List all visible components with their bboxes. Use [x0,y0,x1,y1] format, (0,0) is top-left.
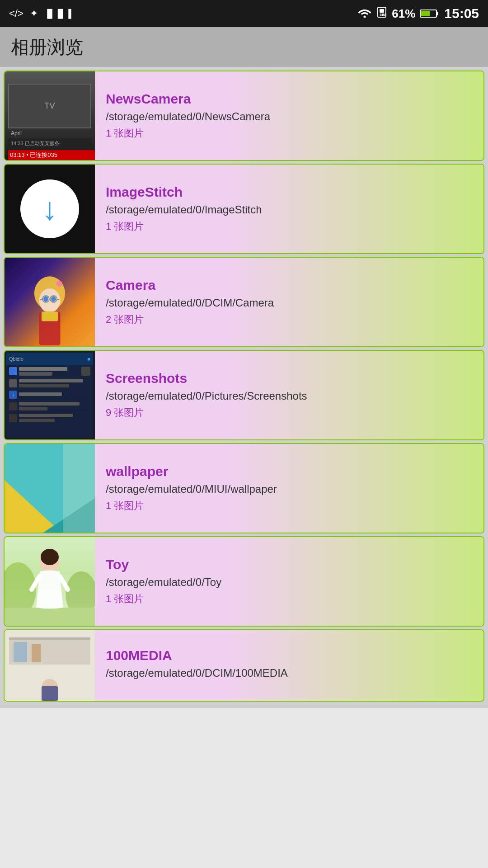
svg-rect-19 [63,444,95,533]
status-icons-right: SIM 61% 15:05 [357,6,479,21]
album-thumb-wallpaper [5,444,95,533]
album-count-wallpaper: 1 张图片 [106,499,473,513]
album-item-wallpaper[interactable]: wallpaper /storage/emulated/0/MIUI/wallp… [4,443,484,533]
title-bar: 相册浏览 [0,27,488,67]
album-thumb-imagestitch: ↓ [5,165,95,253]
code-bracket-icon: </> [9,8,23,19]
album-path-newscamera: /storage/emulated/0/NewsCamera [106,110,473,123]
album-info-camera: Camera /storage/emulated/0/DCIM/Camera 2… [95,258,483,346]
album-name-screenshots: Screenshots [106,371,473,386]
svg-rect-29 [9,637,90,640]
svg-rect-33 [42,686,58,701]
album-name-newscamera: NewsCamera [106,91,473,107]
album-item-toy[interactable]: Toy /storage/emulated/0/Toy 1 张图片 [4,536,484,627]
album-thumb-toy [5,537,95,626]
svg-text:SIM: SIM [380,13,386,17]
album-path-camera: /storage/emulated/0/DCIM/Camera [106,297,473,309]
svg-point-7 [51,296,56,302]
svg-rect-30 [14,642,27,662]
page-title: 相册浏览 [11,35,83,60]
album-item-camera[interactable]: Camera /storage/emulated/0/DCIM/Camera 2… [4,257,484,347]
svg-point-6 [43,296,48,302]
album-info-imagestitch: ImageStitch /storage/emulated/0/ImageSti… [95,165,483,253]
battery-percentage: 61% [392,7,415,21]
album-name-camera: Camera [106,278,473,293]
album-thumb-camera [5,258,95,346]
svg-point-13 [56,281,62,287]
album-item-100media[interactable]: 100MEDIA /storage/emulated/0/DCIM/100MED… [4,629,484,702]
album-thumb-screenshots: Qbidio ■ [5,351,95,439]
album-count-camera: 2 张图片 [106,313,473,326]
time-display: 15:05 [444,6,479,21]
album-info-newscamera: NewsCamera /storage/emulated/0/NewsCamer… [95,71,483,160]
svg-rect-22 [5,608,95,626]
status-icons-left: </> ✦ ▐▌▐▌▐ [9,8,71,19]
album-path-imagestitch: /storage/emulated/0/ImageStitch [106,203,473,216]
album-count-imagestitch: 1 张图片 [106,220,473,233]
album-item-imagestitch[interactable]: ↓ ImageStitch /storage/emulated/0/ImageS… [4,164,484,254]
svg-point-0 [364,16,366,18]
album-name-toy: Toy [106,557,473,572]
usb-icon: ✦ [30,8,38,19]
album-thumb-100media [5,630,95,701]
album-thumb-newscamera: TV April 14:33 已启动某某服务 03:13 • 已连接035 [5,71,95,160]
album-name-100media: 100MEDIA [106,648,473,663]
battery-icon [420,9,437,18]
svg-point-5 [39,288,61,312]
svg-rect-2 [380,9,384,13]
album-info-toy: Toy /storage/emulated/0/Toy 1 张图片 [95,537,483,626]
album-path-100media: /storage/emulated/0/DCIM/100MEDIA [106,667,473,679]
album-count-toy: 1 张图片 [106,592,473,606]
album-name-imagestitch: ImageStitch [106,184,473,200]
album-item-newscamera[interactable]: TV April 14:33 已启动某某服务 03:13 • 已连接035 Ne… [4,71,484,161]
barcode-icon: ▐▌▐▌▐ [44,9,71,19]
album-count-newscamera: 1 张图片 [106,127,473,140]
album-item-screenshots[interactable]: Qbidio ■ [4,350,484,440]
album-list: TV April 14:33 已启动某某服务 03:13 • 已连接035 Ne… [0,67,488,708]
album-info-screenshots: Screenshots /storage/emulated/0/Pictures… [95,351,483,439]
album-path-toy: /storage/emulated/0/Toy [106,576,473,589]
wifi-icon [357,6,372,21]
album-path-wallpaper: /storage/emulated/0/MIUI/wallpaper [106,483,473,495]
album-info-wallpaper: wallpaper /storage/emulated/0/MIUI/wallp… [95,444,483,533]
album-count-screenshots: 9 张图片 [106,406,473,420]
svg-rect-31 [32,644,41,662]
album-info-100media: 100MEDIA /storage/emulated/0/DCIM/100MED… [95,630,483,701]
svg-rect-15 [42,311,58,321]
download-arrow-icon: ↓ [42,193,58,225]
sim-icon: SIM [376,7,387,20]
album-name-wallpaper: wallpaper [106,464,473,479]
status-bar: </> ✦ ▐▌▐▌▐ SIM 61% 15:05 [0,0,488,27]
svg-point-24 [41,549,59,565]
album-path-screenshots: /storage/emulated/0/Pictures/Screenshots [106,390,473,402]
